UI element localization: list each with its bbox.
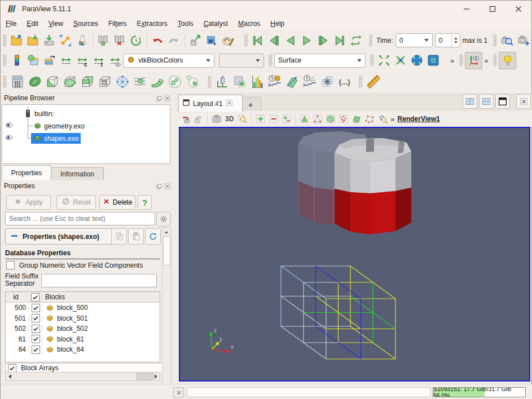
toolbar-overflow[interactable]: »: [484, 56, 488, 65]
block-checkbox[interactable]: [32, 345, 40, 354]
minimize-button[interactable]: [454, 1, 480, 17]
block-checkbox[interactable]: [32, 335, 40, 343]
zoom-to-data-icon[interactable]: [392, 52, 408, 69]
rescale-custom-icon[interactable]: c: [74, 52, 90, 69]
save-data-icon[interactable]: [25, 32, 41, 48]
properties-section-header[interactable]: Properties (shapes.exo): [5, 228, 114, 245]
histogram-icon[interactable]: [248, 73, 266, 91]
pipeline-item-shapes-exo[interactable]: shapes.exo: [2, 133, 170, 144]
plot-over-line-icon[interactable]: [283, 73, 301, 91]
last-frame-icon[interactable]: [332, 32, 348, 48]
select-cells-through-icon[interactable]: [324, 113, 337, 126]
menu-macros[interactable]: Macros: [233, 18, 265, 30]
refresh-icon[interactable]: [145, 228, 161, 245]
pipeline-item-geometry-exo[interactable]: geometry.exo: [2, 121, 170, 131]
camera-redo-icon[interactable]: [192, 113, 205, 126]
menu-view[interactable]: View: [43, 18, 68, 30]
clip-icon[interactable]: [43, 73, 61, 91]
camera-undo-icon[interactable]: [179, 113, 192, 126]
menu-tools[interactable]: Tools: [173, 18, 199, 30]
interactive-select-icon[interactable]: [376, 113, 389, 126]
save-state-icon[interactable]: [41, 32, 58, 48]
split-horizontal-button[interactable]: [463, 94, 477, 109]
split-vertical-button[interactable]: [479, 94, 494, 109]
close-button[interactable]: [505, 1, 531, 17]
disconnect-icon[interactable]: [112, 32, 128, 48]
programmable-filter-icon[interactable]: {...}: [336, 73, 353, 91]
ruler-icon[interactable]: [364, 73, 382, 91]
group-components-row[interactable]: Group Numeric Vector Field Components: [6, 261, 143, 269]
rescale-visible-icon[interactable]: [107, 52, 123, 69]
rescale-data-icon[interactable]: [58, 52, 74, 69]
scrollbar-thumb[interactable]: [163, 236, 170, 265]
select-cells-polygon-icon[interactable]: [350, 113, 363, 126]
extract-selection-icon[interactable]: [231, 73, 248, 91]
block-row-block_500[interactable]: 500block_500: [6, 303, 160, 313]
render-view-name[interactable]: RenderView1: [398, 115, 440, 123]
spin-arrows[interactable]: [451, 34, 460, 47]
maximize-view-button[interactable]: [495, 94, 510, 109]
menu-edit[interactable]: Edit: [21, 18, 43, 30]
open-file-icon[interactable]: [8, 32, 25, 48]
connect-icon[interactable]: [95, 32, 112, 48]
blocks-header-checkbox[interactable]: [31, 293, 39, 302]
add-selection-icon[interactable]: [254, 113, 267, 126]
maximize-button[interactable]: [480, 1, 505, 17]
render-viewport[interactable]: z y x: [179, 127, 530, 382]
close-icon[interactable]: [164, 95, 171, 102]
block-checkbox[interactable]: [32, 325, 40, 333]
time-combo[interactable]: 0: [395, 33, 433, 47]
close-tab-icon[interactable]: [226, 99, 233, 108]
select-points-through-icon[interactable]: [337, 113, 350, 126]
help-button[interactable]: ?: [138, 195, 152, 210]
first-frame-icon[interactable]: [250, 32, 266, 48]
layout-tab[interactable]: Layout #1: [178, 95, 243, 112]
block-arrays-row[interactable]: Block Arrays: [5, 363, 162, 373]
block-checkbox[interactable]: [32, 304, 40, 312]
select-cells-on-icon[interactable]: [298, 113, 311, 126]
toolbar-overflow[interactable]: »: [450, 56, 454, 65]
scroll-up-icon[interactable]: [162, 228, 170, 236]
axes-visibility-icon[interactable]: [465, 52, 482, 69]
server-upload-icon[interactable]: [187, 32, 204, 48]
gear-icon[interactable]: [156, 212, 171, 227]
plot-over-time-icon[interactable]: [266, 73, 283, 91]
color-array-combo[interactable]: vtkBlockColors: [123, 54, 214, 68]
horizontal-scrollbar[interactable]: [5, 372, 160, 381]
warp-icon[interactable]: [148, 73, 166, 91]
plot-selection-over-time-icon[interactable]: [301, 73, 318, 91]
close-icon[interactable]: [164, 183, 171, 190]
group-components-checkbox[interactable]: [6, 261, 15, 269]
load-state-icon[interactable]: [58, 32, 74, 48]
slice-icon[interactable]: [61, 73, 78, 91]
time-spinbox[interactable]: 0: [435, 33, 460, 47]
flask-icon[interactable]: [74, 32, 90, 48]
block-arrays-checkbox[interactable]: [8, 364, 16, 373]
new-layout-tab[interactable]: +: [240, 97, 261, 112]
menu-extractors[interactable]: Extractors: [132, 18, 173, 30]
glyph-icon[interactable]: [113, 73, 131, 91]
component-combo[interactable]: [219, 54, 264, 68]
light-bulb-icon[interactable]: [499, 52, 516, 69]
undock-icon[interactable]: [155, 95, 162, 102]
search-input[interactable]: [5, 212, 155, 225]
select-points-polygon-icon[interactable]: [363, 113, 376, 126]
reset-button[interactable]: Reset: [56, 195, 96, 210]
play-backward-icon[interactable]: [283, 32, 299, 48]
scalar-bar-icon[interactable]: [8, 52, 25, 69]
block-row-block_64[interactable]: 64block_64: [6, 344, 160, 355]
auto-apply-icon[interactable]: [204, 32, 220, 48]
redo-icon[interactable]: [166, 32, 182, 48]
pipeline-item-builtin[interactable]: builtin:: [2, 108, 170, 119]
view-toolbar-overflow[interactable]: »: [390, 115, 394, 123]
delete-button[interactable]: Delete: [99, 195, 135, 210]
probe-icon[interactable]: [213, 73, 231, 91]
previous-frame-icon[interactable]: [266, 32, 283, 48]
next-frame-icon[interactable]: [315, 32, 332, 48]
extract-subset-icon[interactable]: [96, 73, 113, 91]
screenshot-icon[interactable]: [210, 113, 223, 126]
close-view-button[interactable]: [516, 94, 531, 109]
choose-preset-icon[interactable]: [25, 52, 41, 69]
abort-icon[interactable]: [173, 387, 184, 398]
subtract-selection-icon[interactable]: [267, 113, 280, 126]
